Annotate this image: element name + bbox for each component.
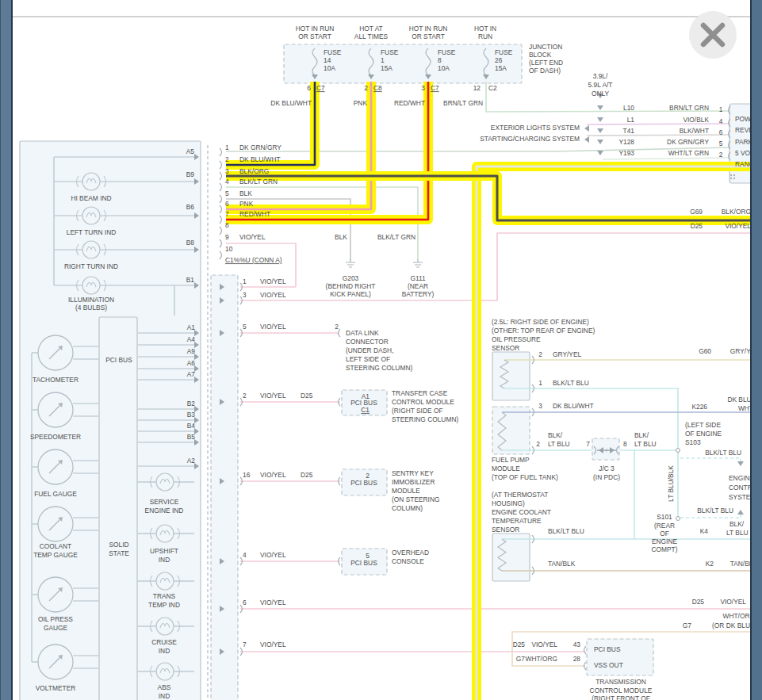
- wire-label: Y193: [618, 149, 634, 157]
- wire-label: T41: [623, 127, 635, 135]
- wire-label: VIO/YEL: [720, 598, 746, 606]
- wire-label: IND: [159, 556, 170, 564]
- wire-label: BLK/LT BLU: [553, 379, 589, 387]
- wire-label: IND: [159, 647, 170, 655]
- arrow-icon: [584, 136, 589, 143]
- arrow-icon: [597, 140, 603, 144]
- wire-label: PCI BUS: [350, 399, 377, 407]
- wire-label: HOT IN RUN: [296, 25, 335, 33]
- wire-label: 6: [307, 84, 311, 92]
- wire-label: 10A: [324, 64, 335, 72]
- wire-label: BLK/: [634, 431, 649, 439]
- wire-label: COLUMN): [392, 504, 423, 512]
- close-button[interactable]: [689, 11, 737, 59]
- wire-label: 3: [225, 167, 229, 175]
- wire-label: BATTERY): [402, 290, 435, 298]
- wire-label: A9: [187, 347, 196, 355]
- wire-label: GRY/YEL: [553, 350, 581, 358]
- wire-label: RED/WHT: [239, 210, 270, 218]
- wire-label: (OTHER: TOP REAR OF ENGINE): [492, 327, 595, 335]
- wire-label: COMPT): [651, 545, 677, 553]
- pin-bracket: [220, 251, 222, 259]
- wire-label: VIO/YEL: [260, 291, 286, 299]
- diagram-box: [592, 438, 619, 460]
- wire-label: B2: [187, 400, 196, 407]
- wire-label: WHT/LT GRN: [668, 149, 709, 157]
- wire-label: OF DASH): [529, 67, 561, 75]
- wire-label: B3: [187, 411, 196, 419]
- wire-label: BLK/LT GRN: [239, 178, 278, 186]
- diagram-box: [211, 275, 238, 700]
- wire-label: (BEHIND RIGHT: [326, 282, 376, 290]
- wire-label: TACHOMETER: [33, 376, 78, 384]
- wire-label: TEMP GAUGE: [33, 551, 78, 559]
- wire-label: FUSE: [495, 48, 513, 56]
- wire-label: PCI BUS: [350, 479, 377, 487]
- wire-label: 1: [243, 277, 247, 285]
- scrollbar-right[interactable]: [750, 0, 762, 700]
- wire-label: BLK/LT BLU: [548, 527, 584, 535]
- wire-label: G60: [699, 347, 711, 355]
- wire-label: 16: [243, 471, 251, 479]
- pin-bracket: [220, 205, 222, 213]
- wire-label: CONTROL MODULE: [590, 687, 653, 694]
- wire-label: WHT/ORG: [526, 655, 557, 663]
- wire-label: 3: [538, 402, 542, 410]
- wire-label: G111: [410, 274, 426, 282]
- wire-label: C1: [361, 406, 370, 414]
- wire-label: C1%%U (CONN A): [225, 256, 282, 264]
- top-divider: [10, 16, 752, 17]
- wire-label: VIO/YEL: [239, 233, 266, 241]
- pin-bracket: [220, 161, 222, 169]
- dot-icon: [733, 178, 735, 179]
- wire-label: TEMPERATURE: [492, 517, 542, 525]
- wire-label: G7: [516, 655, 526, 663]
- wire-label: 3: [243, 291, 247, 299]
- wire-label: 2: [335, 323, 339, 331]
- wire-label: SOLID: [109, 541, 128, 549]
- wire-label: (ON STEERING: [392, 495, 440, 503]
- wire-label: VIO/YEL: [260, 551, 286, 559]
- wire-label: ENGINE COOLANT: [492, 508, 551, 516]
- wire-label: B6: [186, 203, 195, 211]
- wire-label: 4: [225, 178, 229, 186]
- dot-icon: [730, 174, 732, 176]
- wire-label: C7: [316, 84, 325, 92]
- wire-label: D25: [513, 641, 526, 648]
- pin-bracket: [584, 646, 587, 654]
- wire-label: DK BLU/WHT: [270, 99, 312, 107]
- wire-label: RED/WHT: [394, 99, 425, 107]
- wire-label: 4: [719, 117, 723, 125]
- wire-label: (REAR: [654, 522, 675, 530]
- wire-label: OR START: [298, 33, 331, 40]
- wire-label: (NEAR: [408, 282, 428, 290]
- wire-label: 3: [421, 84, 425, 92]
- wire-label: LT BLU: [634, 440, 657, 448]
- wire-label: 10: [225, 245, 233, 253]
- wire-core: [226, 82, 315, 165]
- wire-label: J/C 3: [599, 465, 615, 472]
- wire-label: L1: [627, 116, 635, 124]
- wire-label: BLK/: [729, 520, 745, 528]
- wire-label: D25: [301, 471, 313, 479]
- wire-label: 5: [225, 189, 229, 197]
- wire-label: VIO/YEL: [260, 471, 286, 479]
- wire-label: COOLANT: [40, 542, 72, 550]
- wire-label: UPSHIFT: [150, 547, 178, 555]
- wire-label: (2.5L: RIGHT SIDE OF ENGINE): [492, 318, 589, 326]
- wire-label: S103: [685, 438, 701, 446]
- wire-label: 43: [573, 641, 581, 648]
- wire-label: 7: [586, 440, 590, 448]
- wire-label: ABS: [158, 683, 171, 691]
- wire-label: PCI BUS: [105, 356, 132, 364]
- wire-label: RIGHT TURN IND: [64, 262, 118, 270]
- wiring-diagram-viewer: HOT IN RUNOR STARTHOT ATALL TIMESHOT IN …: [0, 0, 762, 700]
- dot-icon: [733, 174, 735, 176]
- wire-label: VIO/YEL: [260, 641, 286, 648]
- wire-label: FUSE: [438, 48, 456, 56]
- wire-label: GAUGE: [44, 624, 68, 632]
- scrollbar-left[interactable]: [0, 0, 13, 700]
- wire-label: STEERING COLUMN): [346, 364, 412, 372]
- wire-label: 14: [324, 56, 331, 64]
- wire-label: FUSE: [381, 48, 399, 56]
